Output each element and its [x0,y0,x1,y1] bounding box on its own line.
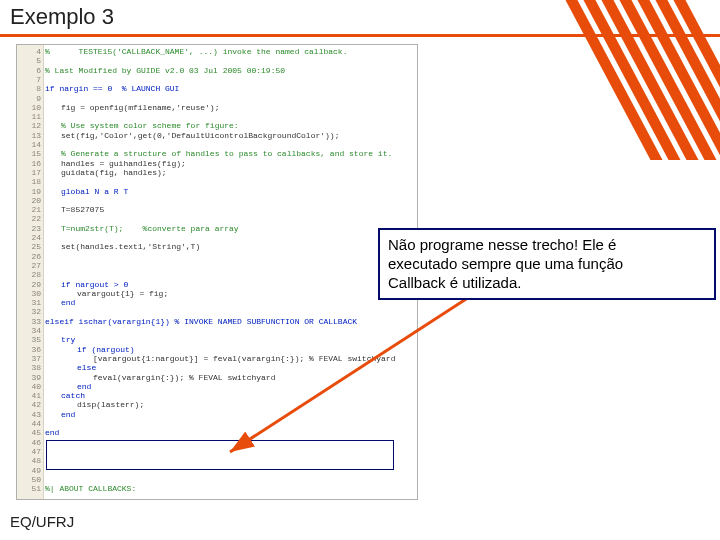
callout-line1: Não programe nesse trecho! Ele é [388,236,706,255]
callout-note: Não programe nesse trecho! Ele é executa… [378,228,716,300]
slide: Exemplo 3 456789101112131415161718192021… [0,0,720,540]
callout-line2: executado sempre que uma função [388,255,706,274]
svg-line-0 [230,290,480,452]
callout-line3: Callback é utilizada. [388,274,706,293]
